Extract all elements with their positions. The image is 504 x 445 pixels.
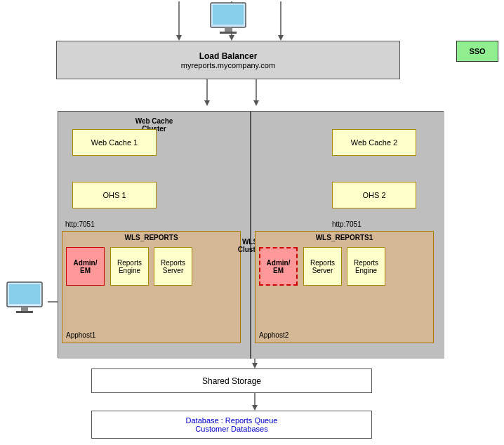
database-box: Database : Reports Queue Customer Databa… (91, 411, 372, 439)
admin-em-2-box: Admin/ EM (259, 247, 298, 286)
apphost1-label: Apphost1 (66, 331, 95, 339)
left-cluster: Web CacheCluster Web Cache 1 OHS 1 http:… (58, 112, 251, 359)
svg-rect-35 (21, 307, 28, 311)
wls-reports-left-label: WLS_REPORTS (124, 234, 178, 241)
reports-engine-2-box: Reports Engine (347, 247, 385, 286)
apphost2-label: Apphost2 (259, 331, 289, 339)
sso-box: SSO (456, 41, 498, 62)
svg-rect-34 (9, 284, 40, 304)
ohs-1-box: OHS 1 (72, 182, 157, 208)
sso-label: SSO (469, 47, 485, 55)
svg-rect-30 (213, 5, 244, 25)
reports-engine-1-box: Reports Engine (110, 247, 149, 286)
reports-server-1-box: Reports Server (154, 247, 192, 286)
svg-rect-31 (225, 27, 232, 32)
load-balancer-box: Load Balancer myreports.mycompany.com (56, 41, 400, 79)
wls-reports-right-label: WLS_REPORTS1 (316, 234, 373, 241)
svg-marker-9 (253, 100, 259, 106)
web-cache-1-box: Web Cache 1 (72, 129, 157, 156)
svg-rect-32 (220, 32, 237, 34)
ohs-2-box: OHS 2 (332, 182, 416, 208)
svg-marker-28 (252, 405, 258, 411)
top-computer-icon (207, 1, 249, 38)
svg-marker-7 (204, 100, 210, 106)
http-left-label: http:7051 (65, 220, 95, 228)
ohs-1-label: OHS 1 (102, 191, 126, 199)
shared-storage-box: Shared Storage (91, 368, 372, 393)
svg-marker-5 (278, 35, 284, 41)
ohs-2-label: OHS 2 (362, 191, 385, 199)
wls-reports-left-box: WLS_REPORTS Admin/ EM Reports Engine Rep… (62, 231, 241, 343)
web-cache-2-box: Web Cache 2 (332, 129, 416, 156)
database-line1: Database : Reports Queue (186, 416, 278, 425)
shared-storage-label: Shared Storage (202, 376, 261, 386)
load-balancer-title: Load Balancer (199, 51, 258, 61)
admin-em-1-box: Admin/ EM (66, 247, 105, 286)
reports-server-2-box: Reports Server (303, 247, 342, 286)
web-cache-1-label: Web Cache 1 (91, 138, 138, 147)
svg-marker-26 (252, 363, 258, 368)
client-computer (4, 281, 46, 317)
web-cache-2-label: Web Cache 2 (351, 138, 397, 147)
database-line2: Customer Databases (195, 425, 267, 433)
http-right-label: http:7051 (332, 220, 362, 228)
main-container: Web CacheCluster Web Cache 1 OHS 1 http:… (58, 111, 444, 358)
svg-marker-1 (176, 35, 182, 41)
right-cluster: Web Cache 2 OHS 2 WLSCluster http:7051 W… (251, 112, 444, 359)
wls-reports-right-box: WLS_REPORTS1 Admin/ EM Reports Server Re… (255, 231, 434, 343)
svg-rect-36 (16, 311, 33, 313)
load-balancer-url: myreports.mycompany.com (181, 61, 275, 69)
